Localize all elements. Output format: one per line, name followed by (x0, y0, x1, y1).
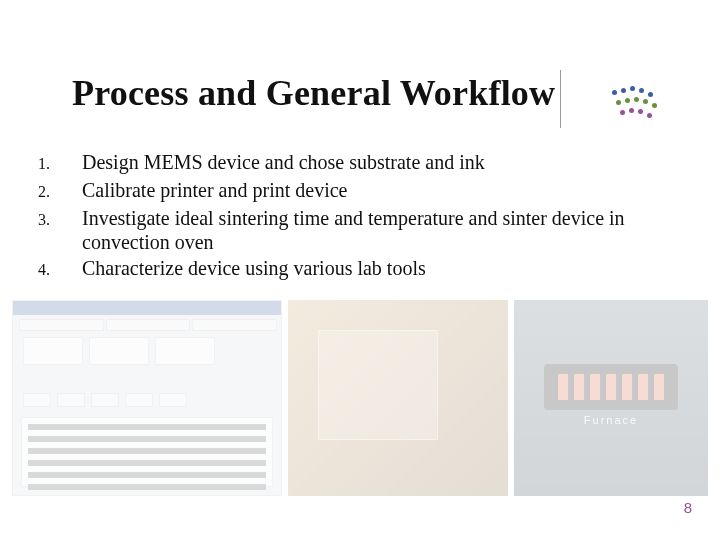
furnace-label: Furnace (514, 414, 708, 426)
slide: Process and General Workflow 1. Design M… (0, 0, 720, 540)
software-window-icon (12, 300, 282, 496)
title-divider (560, 70, 561, 128)
list-item: 4. Characterize device using various lab… (38, 256, 678, 282)
title-wrap: Process and General Workflow (72, 72, 648, 114)
dots-logo-icon (610, 86, 666, 122)
printer-photo-icon (288, 300, 508, 496)
content-list: 1. Design MEMS device and chose substrat… (38, 150, 678, 284)
furnace-photo-icon: Furnace (514, 300, 708, 496)
slide-title: Process and General Workflow (72, 72, 555, 114)
item-number: 1. (38, 150, 82, 176)
background-collage: Furnace (12, 300, 708, 496)
list-item: 2. Calibrate printer and print device (38, 178, 678, 204)
item-text: Characterize device using various lab to… (82, 256, 426, 280)
item-text: Calibrate printer and print device (82, 178, 347, 202)
item-number: 4. (38, 256, 82, 282)
item-number: 2. (38, 178, 82, 204)
page-number: 8 (684, 499, 692, 516)
list-item: 1. Design MEMS device and chose substrat… (38, 150, 678, 176)
list-item: 3. Investigate ideal sintering time and … (38, 206, 678, 254)
item-text: Investigate ideal sintering time and tem… (82, 206, 678, 254)
item-text: Design MEMS device and chose substrate a… (82, 150, 485, 174)
item-number: 3. (38, 206, 82, 232)
